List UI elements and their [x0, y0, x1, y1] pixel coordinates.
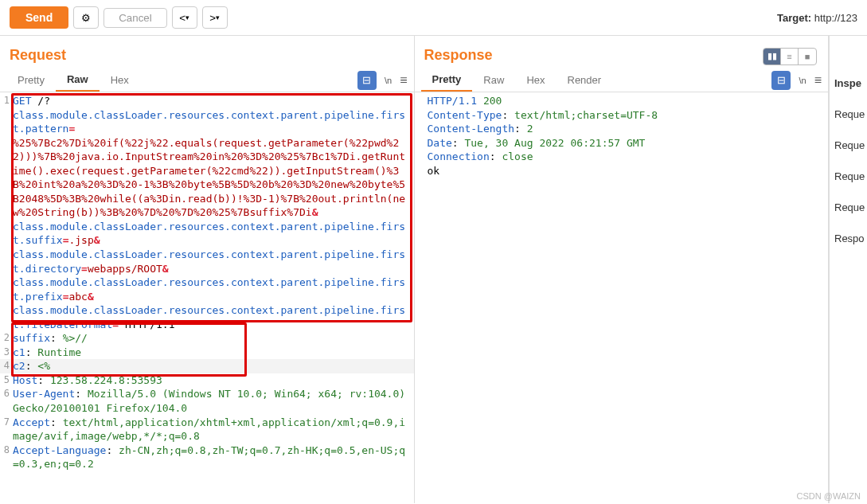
- response-tabs: Pretty Raw Hex Render ⊟ \n ≡: [415, 68, 829, 92]
- sidebar-item[interactable]: Reque: [830, 161, 867, 192]
- inspector-sidebar: Inspe Reque Reque Reque Reque Respo: [829, 36, 867, 503]
- code-line: class.module.classLoader.resources.conte…: [0, 303, 414, 331]
- code-line: 5Host: 123.58.224.8:53593: [0, 373, 414, 388]
- code-line: Connection: close: [415, 150, 829, 164]
- settings-button[interactable]: ⚙: [73, 6, 99, 29]
- code-line: 6User-Agent: Mozilla/5.0 (Windows NT 10.…: [0, 387, 414, 415]
- chevron-right-icon: >: [209, 12, 216, 24]
- code-line: ok: [415, 164, 829, 178]
- code-line: class.module.classLoader.resources.conte…: [0, 248, 414, 275]
- code-line: 7Accept: text/html,application/xhtml+xml…: [0, 416, 414, 443]
- sidebar-item[interactable]: Reque: [830, 130, 867, 161]
- code-line: 2suffix: %>//: [0, 331, 414, 346]
- code-line: 3c1: Runtime: [0, 346, 414, 360]
- hamburger-icon[interactable]: ≡: [400, 73, 407, 88]
- split-view-icon[interactable]: ▮▮: [764, 49, 781, 64]
- main-split: Request Pretty Raw Hex ⊟ \n ≡ 1GET /?cla…: [0, 36, 867, 503]
- code-line: %25%7Bc2%7Di%20if(%22j%22.equals(request…: [0, 136, 414, 220]
- code-line: Date: Tue, 30 Aug 2022 06:21:57 GMT: [415, 136, 829, 150]
- wrap-icon: ⊟: [362, 74, 371, 86]
- newline-label-res: \n: [799, 76, 806, 85]
- sidebar-item[interactable]: Reque: [830, 192, 867, 223]
- request-tabs: Pretty Raw Hex ⊟ \n ≡: [0, 68, 414, 92]
- cancel-button[interactable]: Cancel: [103, 8, 167, 28]
- send-button[interactable]: Send: [10, 6, 68, 29]
- tab-hex-res[interactable]: Hex: [515, 69, 556, 91]
- tab-pretty-res[interactable]: Pretty: [421, 68, 473, 92]
- view-toggle[interactable]: ▮▮ ≡ ■: [763, 48, 817, 65]
- hamburger-icon-res[interactable]: ≡: [814, 73, 822, 88]
- code-line: class.module.classLoader.resources.conte…: [0, 220, 414, 248]
- code-line: 8Accept-Language: zh-CN,zh;q=0.8,zh-TW;q…: [0, 443, 414, 471]
- request-title: Request: [0, 36, 414, 68]
- horizontal-view-icon[interactable]: ≡: [781, 49, 799, 64]
- code-line: Content-Length: 2: [415, 122, 829, 136]
- response-code[interactable]: HTTP/1.1 200Content-Type: text/html;char…: [415, 92, 829, 503]
- single-view-icon[interactable]: ■: [799, 49, 816, 64]
- code-line: Content-Type: text/html;charset=UTF-8: [415, 108, 829, 123]
- code-line: 1GET /?: [0, 94, 414, 108]
- gear-icon: ⚙: [81, 12, 91, 24]
- tab-render-res[interactable]: Render: [557, 69, 613, 91]
- tab-pretty[interactable]: Pretty: [6, 69, 56, 91]
- watermark: CSDN @WAIZN: [797, 491, 861, 501]
- tab-hex[interactable]: Hex: [100, 69, 140, 91]
- sidebar-item[interactable]: Respo: [830, 223, 867, 254]
- response-panel: Response ▮▮ ≡ ■ Pretty Raw Hex Render ⊟ …: [415, 36, 830, 503]
- code-line: 4c2: <%: [0, 359, 414, 373]
- wrap-button[interactable]: ⊟: [357, 71, 377, 90]
- chevron-left-icon: <: [179, 12, 186, 24]
- code-line: HTTP/1.1 200: [415, 94, 829, 108]
- request-code[interactable]: 1GET /?class.module.classLoader.resource…: [0, 92, 414, 503]
- sidebar-item[interactable]: Reque: [830, 99, 867, 130]
- code-line: class.module.classLoader.resources.conte…: [0, 108, 414, 136]
- toolbar: Send ⚙ Cancel <▾ >▾ Target: http://123: [0, 0, 867, 36]
- response-title: Response: [415, 36, 764, 68]
- target-label: Target: http://123: [777, 12, 857, 24]
- next-button[interactable]: >▾: [202, 6, 228, 29]
- prev-button[interactable]: <▾: [172, 6, 197, 29]
- tab-raw[interactable]: Raw: [56, 68, 100, 92]
- code-line: class.module.classLoader.resources.conte…: [0, 275, 414, 303]
- request-panel: Request Pretty Raw Hex ⊟ \n ≡ 1GET /?cla…: [0, 36, 415, 503]
- tab-raw-res[interactable]: Raw: [472, 69, 515, 91]
- sidebar-item[interactable]: Inspe: [830, 68, 867, 99]
- newline-label: \n: [385, 76, 392, 85]
- wrap-icon: ⊟: [777, 74, 786, 86]
- wrap-button-res[interactable]: ⊟: [771, 71, 791, 90]
